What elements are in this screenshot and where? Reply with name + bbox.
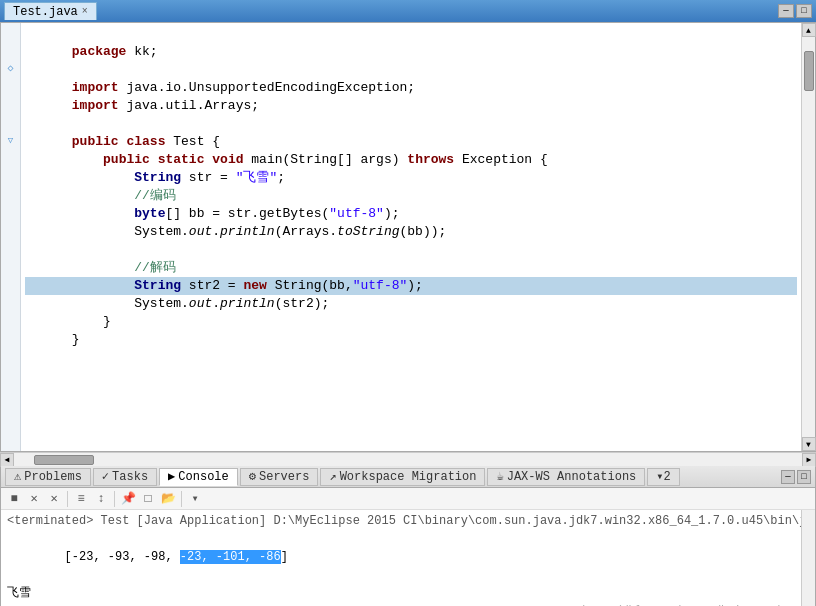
- tasks-label: Tasks: [112, 470, 148, 484]
- gutter-line-13: [1, 239, 20, 257]
- editor-horizontal-scrollbar[interactable]: ◀ ▶: [0, 452, 816, 466]
- editor-vertical-scrollbar[interactable]: ▲ ▼: [801, 23, 815, 451]
- tab-more[interactable]: ▾2: [647, 468, 679, 486]
- console-output-line-2: 飞雪: [7, 584, 795, 602]
- pin-console-button[interactable]: 📌: [119, 490, 137, 508]
- more-tabs-label: ▾2: [656, 469, 670, 484]
- output-suffix: ]: [281, 550, 288, 564]
- panel-minimize-btn[interactable]: —: [781, 470, 795, 484]
- panel-window-controls: — □: [781, 470, 811, 484]
- console-output-area: <terminated> Test [Java Application] D:\…: [1, 510, 801, 606]
- console-terminated-line: <terminated> Test [Java Application] D:\…: [7, 512, 795, 530]
- clear-console-button[interactable]: ≡: [72, 490, 90, 508]
- remove-button[interactable]: ✕: [45, 490, 63, 508]
- toolbar-separator-1: [67, 491, 68, 507]
- console-icon: ▶: [168, 469, 175, 484]
- gutter-line-14: [1, 257, 20, 275]
- hscroll-thumb[interactable]: [34, 455, 94, 465]
- tab-label: Test.java: [13, 5, 78, 19]
- new-console-button[interactable]: □: [139, 490, 157, 508]
- maximize-button[interactable]: □: [796, 4, 812, 18]
- tab-console[interactable]: ▶ Console: [159, 468, 238, 486]
- gutter-line-2: [1, 41, 20, 59]
- scroll-lock-button[interactable]: ↕: [92, 490, 110, 508]
- workspace-label: Workspace Migration: [340, 470, 477, 484]
- problems-icon: ⚠: [14, 469, 21, 484]
- code-line-1: package kk;: [25, 25, 797, 43]
- stop-button[interactable]: ■: [5, 490, 23, 508]
- code-line-6: public class Test {: [25, 115, 797, 133]
- code-line-3: import java.io.UnsupportedEncodingExcept…: [25, 61, 797, 79]
- gutter-line-17: [1, 311, 20, 329]
- panel-tabs-bar: ⚠ Problems ✓ Tasks ▶ Console ⚙ Servers ↗…: [1, 466, 815, 488]
- console-label: Console: [178, 470, 228, 484]
- bottom-panel: ⚠ Problems ✓ Tasks ▶ Console ⚙ Servers ↗…: [0, 466, 816, 606]
- scroll-up-arrow[interactable]: ▲: [802, 23, 816, 37]
- output-prefix: [-23, -93, -98,: [65, 550, 180, 564]
- code-line-17: }: [25, 313, 797, 331]
- tab-close-icon[interactable]: ×: [82, 6, 88, 17]
- servers-label: Servers: [259, 470, 309, 484]
- scroll-thumb[interactable]: [804, 51, 814, 91]
- breakpoint-gutter: ◇ ▽: [1, 23, 21, 451]
- workspace-icon: ↗: [329, 469, 336, 484]
- gutter-line-3: ◇: [1, 59, 20, 77]
- more-options-button[interactable]: ▾: [186, 490, 204, 508]
- jaxws-icon: ☕: [496, 469, 503, 484]
- tab-jaxws[interactable]: ☕ JAX-WS Annotations: [487, 468, 645, 486]
- console-output-line-1: [-23, -93, -98, -23, -101, -86]: [7, 530, 795, 584]
- gutter-line-9: [1, 167, 20, 185]
- output-highlighted: -23, -101, -86: [180, 550, 281, 564]
- servers-icon: ⚙: [249, 469, 256, 484]
- gutter-line-15: [1, 275, 20, 293]
- hscroll-track: [14, 453, 802, 466]
- hscroll-left-arrow[interactable]: ◀: [0, 453, 14, 467]
- title-bar: Test.java × — □: [0, 0, 816, 22]
- tasks-icon: ✓: [102, 469, 109, 484]
- toolbar-separator-3: [181, 491, 182, 507]
- gutter-line-1: [1, 23, 20, 41]
- problems-label: Problems: [24, 470, 82, 484]
- gutter-line-11: [1, 203, 20, 221]
- gutter-line-7: ▽: [1, 131, 20, 149]
- console-toolbar: ■ ✕ ✕ ≡ ↕ 📌 □ 📂 ▾: [1, 488, 815, 510]
- scroll-down-arrow[interactable]: ▼: [802, 437, 816, 451]
- editor-tab[interactable]: Test.java ×: [4, 2, 97, 20]
- terminate-button[interactable]: ✕: [25, 490, 43, 508]
- gutter-line-8: [1, 149, 20, 167]
- code-editor[interactable]: package kk; import java.io.UnsupportedEn…: [21, 23, 801, 451]
- gutter-line-10: [1, 185, 20, 203]
- tab-problems[interactable]: ⚠ Problems: [5, 468, 91, 486]
- panel-maximize-btn[interactable]: □: [797, 470, 811, 484]
- editor-container: ◇ ▽ package kk; import java.io.Unsupport…: [0, 22, 816, 452]
- tab-tasks[interactable]: ✓ Tasks: [93, 468, 157, 486]
- gutter-line-12: [1, 221, 20, 239]
- minimize-button[interactable]: —: [778, 4, 794, 18]
- code-line-13: //解码: [25, 241, 797, 259]
- gutter-line-5: [1, 95, 20, 113]
- window-controls: — □: [778, 4, 812, 18]
- gutter-line-16: [1, 293, 20, 311]
- open-file-button[interactable]: 📂: [159, 490, 177, 508]
- jaxws-label: JAX-WS Annotations: [507, 470, 637, 484]
- tab-servers[interactable]: ⚙ Servers: [240, 468, 319, 486]
- gutter-line-6: [1, 113, 20, 131]
- tab-workspace-migration[interactable]: ↗ Workspace Migration: [320, 468, 485, 486]
- gutter-line-4: [1, 77, 20, 95]
- hscroll-right-arrow[interactable]: ▶: [802, 453, 816, 467]
- console-vertical-scrollbar[interactable]: [801, 510, 815, 606]
- toolbar-separator-2: [114, 491, 115, 507]
